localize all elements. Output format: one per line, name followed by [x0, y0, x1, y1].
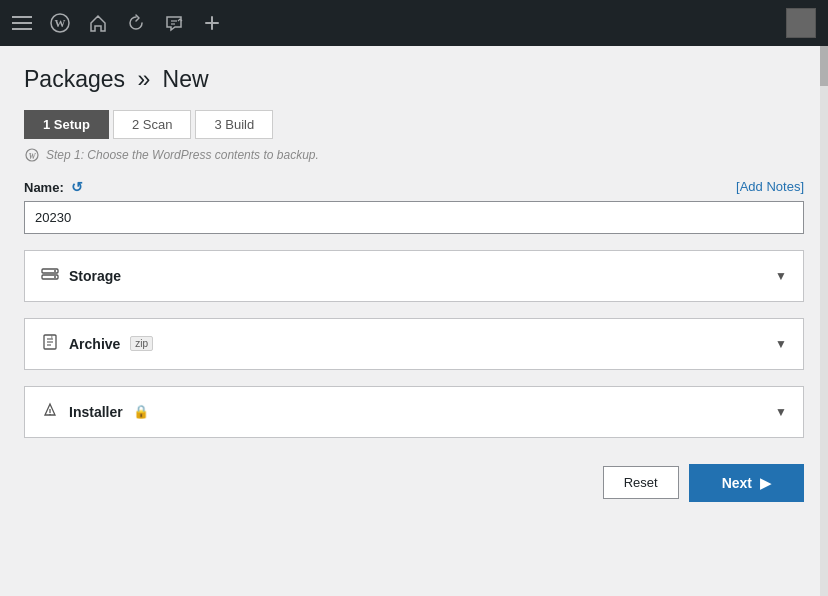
installer-accordion-header[interactable]: Installer 🔒 ▼ — [25, 387, 803, 437]
home-icon[interactable] — [88, 13, 108, 33]
reset-button[interactable]: Reset — [603, 466, 679, 499]
svg-point-10 — [54, 270, 56, 272]
reset-icon[interactable]: ↺ — [71, 179, 83, 195]
archive-icon — [41, 333, 59, 355]
tab-build[interactable]: 3 Build — [195, 110, 273, 139]
next-label: Next — [722, 475, 752, 491]
svg-text:W: W — [28, 151, 36, 160]
breadcrumb-parent[interactable]: Packages — [24, 66, 125, 92]
lock-icon: 🔒 — [133, 404, 149, 419]
steps-tabs: 1 Setup 2 Scan 3 Build — [24, 110, 273, 139]
storage-icon — [41, 265, 59, 287]
step-hint: W Step 1: Choose the WordPress contents … — [24, 147, 319, 163]
storage-section: Storage ▼ — [24, 250, 804, 302]
field-label-row: Name: ↺ [Add Notes] — [24, 179, 804, 195]
installer-label: Installer — [69, 404, 123, 420]
next-button[interactable]: Next ▶ — [689, 464, 804, 502]
steps-container: 1 Setup 2 Scan 3 Build W Step 1: Choose … — [24, 110, 804, 163]
admin-bar: W — [0, 0, 828, 46]
storage-title: Storage — [41, 265, 121, 287]
installer-chevron-icon: ▼ — [775, 405, 787, 419]
name-field-row: Name: ↺ [Add Notes] — [24, 179, 804, 234]
archive-chevron-icon: ▼ — [775, 337, 787, 351]
wordpress-icon[interactable]: W — [50, 13, 70, 33]
page-wrapper: W — [0, 0, 828, 596]
storage-label: Storage — [69, 268, 121, 284]
svg-point-18 — [49, 413, 51, 415]
step-hint-text: Step 1: Choose the WordPress contents to… — [46, 148, 319, 162]
avatar[interactable] — [786, 8, 816, 38]
name-label: Name: ↺ — [24, 179, 83, 195]
svg-text:W: W — [55, 17, 66, 29]
breadcrumb: Packages » New — [24, 66, 804, 94]
wp-logo-hint-icon: W — [24, 147, 40, 163]
installer-title: Installer 🔒 — [41, 401, 149, 423]
main-content: Packages » New 1 Setup 2 Scan 3 Build W … — [0, 46, 828, 596]
archive-label: Archive — [69, 336, 120, 352]
installer-section: Installer 🔒 ▼ — [24, 386, 804, 438]
archive-accordion-header[interactable]: Archive zip ▼ — [25, 319, 803, 369]
next-arrow-icon: ▶ — [760, 475, 771, 491]
name-input[interactable] — [24, 201, 804, 234]
add-notes-link[interactable]: [Add Notes] — [736, 179, 804, 194]
menu-icon[interactable] — [12, 16, 32, 30]
tab-scan[interactable]: 2 Scan — [113, 110, 191, 139]
breadcrumb-current: New — [163, 66, 209, 92]
storage-accordion-header[interactable]: Storage ▼ — [25, 251, 803, 301]
refresh-icon[interactable] — [126, 13, 146, 33]
archive-badge: zip — [130, 336, 153, 351]
feedback-icon[interactable] — [164, 13, 184, 33]
plus-icon[interactable] — [202, 13, 222, 33]
actions-row: Reset Next ▶ — [24, 454, 804, 506]
tab-setup[interactable]: 1 Setup — [24, 110, 109, 139]
archive-section: Archive zip ▼ — [24, 318, 804, 370]
svg-point-11 — [54, 276, 56, 278]
breadcrumb-separator: » — [137, 66, 150, 92]
scrollbar[interactable] — [820, 46, 828, 596]
scrollbar-thumb[interactable] — [820, 46, 828, 86]
installer-icon — [41, 401, 59, 423]
archive-title: Archive zip — [41, 333, 153, 355]
storage-chevron-icon: ▼ — [775, 269, 787, 283]
